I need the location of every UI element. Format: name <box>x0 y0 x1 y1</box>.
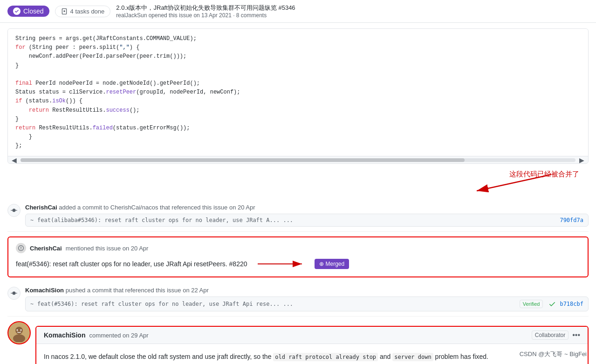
git-commit-icon <box>11 207 17 214</box>
merged-icon: ⊕ <box>319 261 324 267</box>
mention-issue-link[interactable]: feat(#5346): reset raft cluster ops for … <box>16 260 247 268</box>
comment-code2: server down <box>392 353 433 361</box>
csdn-watermark: CSDN @大飞哥 ~ BigFei <box>520 350 587 358</box>
timeline-item-commit1: CherishCai added a commit to CherishCai/… <box>7 199 589 232</box>
svg-point-8 <box>21 330 22 331</box>
commit2-row: ~ feat(#5346): reset raft cluster ops fo… <box>25 297 589 311</box>
svg-point-5 <box>15 327 23 334</box>
verified-check-icon <box>548 300 556 308</box>
comment-date: commented on 29 Apr <box>89 332 148 339</box>
mention-author[interactable]: CherishCai <box>30 245 62 252</box>
collaborator-badge: Collaborator <box>532 330 569 340</box>
svg-point-7 <box>17 330 18 331</box>
comment-box: KomachiSion commented on 29 Apr Collabor… <box>35 326 589 364</box>
commit1-icon: ~ <box>30 217 34 223</box>
commit2-author[interactable]: KomachiSion <box>25 287 64 294</box>
annotation1-container: 这段代码已经被合并了 <box>7 168 589 195</box>
merged-badge: ⊕ Merged <box>315 259 349 269</box>
closed-badge: Closed <box>7 6 49 17</box>
comment-end: problem has fixed. <box>435 353 488 360</box>
verified-badge: Verified <box>520 300 543 308</box>
comment-code1: old raft protocol already stop <box>273 353 378 361</box>
scroll-track <box>21 158 575 162</box>
top-bar: Closed 4 tasks done 2.0.x版本中，JRaft协议初始化失… <box>0 0 596 23</box>
issue-title-area: 2.0.x版本中，JRaft协议初始化失败导致集群不可用问题纵览 #5346 r… <box>116 4 589 19</box>
comment-avatar-area <box>7 321 31 364</box>
mention-icon <box>16 243 26 253</box>
avatar-image <box>10 324 28 342</box>
check-circle-icon <box>13 7 21 15</box>
tasks-icon <box>61 8 68 14</box>
commit2-timeline-icon <box>7 287 21 300</box>
comment-area: KomachiSion commented on 29 Apr Collabor… <box>7 321 589 364</box>
comment-author[interactable]: KomachiSion <box>44 331 85 339</box>
commit2-icon: ~ <box>30 301 34 307</box>
git-commit-icon2 <box>11 290 17 297</box>
git-issue-icon <box>18 245 24 251</box>
tasks-done-badge: 4 tasks done <box>55 6 111 17</box>
comment-body: In nacos 2.1.0, we default close the old… <box>36 344 588 364</box>
comment-text-before: In nacos 2.1.0, we default close the old… <box>44 353 271 360</box>
commit1-content: CherishCai added a commit to CherishCai/… <box>25 204 589 227</box>
scroll-left-icon[interactable]: ◀ <box>10 156 19 164</box>
commit2-msg: feat(#5346): reset raft cluster ops for … <box>37 301 516 307</box>
mention-body: feat(#5346): reset raft cluster ops for … <box>16 257 580 271</box>
page-wrapper: Closed 4 tasks done 2.0.x版本中，JRaft协议初始化失… <box>0 0 596 364</box>
issue-meta: realJackSun opened this issue on 13 Apr … <box>116 12 589 19</box>
commit1-meta: CherishCai added a commit to CherishCai/… <box>25 204 589 211</box>
commit1-action: added a commit to CherishCai/nacos that … <box>59 204 255 211</box>
commit2-content: KomachiSion pushed a commit that referen… <box>25 287 589 311</box>
mention-header: CherishCai mentioned this issue on 20 Ap… <box>16 243 580 253</box>
commit1-hash[interactable]: 790fd7a <box>560 217 583 223</box>
comment-avatar <box>7 321 31 344</box>
comment-and: and <box>380 353 390 360</box>
scroll-right-icon[interactable]: ▶ <box>577 156 586 164</box>
commit2-meta: KomachiSion pushed a commit that referen… <box>25 287 589 294</box>
merged-label: Merged <box>326 261 345 267</box>
code-scrollbar[interactable]: ◀ ▶ <box>8 156 588 163</box>
code-section: String peers = args.get(JRaftConstants.C… <box>7 28 589 164</box>
timeline-section: CherishCai added a commit to CherishCai/… <box>0 199 596 364</box>
commit2-hash[interactable]: b718cbf <box>560 301 583 307</box>
commit1-row: ~ feat(alibaba#5346): reset raft cluster… <box>25 214 589 227</box>
commit1-msg: feat(alibaba#5346): reset raft cluster o… <box>37 217 556 223</box>
code-block: String peers = args.get(JRaftConstants.C… <box>8 29 588 156</box>
issue-title: 2.0.x版本中，JRaft协议初始化失败导致集群不可用问题纵览 #5346 <box>116 4 589 12</box>
more-options-icon[interactable]: ••• <box>572 331 580 339</box>
commit2-action: pushed a commit that referenced this iss… <box>66 287 209 294</box>
timeline-item-commit2: KomachiSion pushed a commit that referen… <box>7 282 589 317</box>
mention-arrow <box>253 257 309 271</box>
commit-timeline-icon <box>7 204 21 217</box>
tasks-done-label: 4 tasks done <box>70 8 105 15</box>
closed-label: Closed <box>23 7 44 15</box>
scroll-thumb <box>21 158 465 162</box>
commit1-author[interactable]: CherishCai <box>25 204 57 211</box>
mention-action: mentioned this issue on 20 Apr <box>66 245 149 252</box>
comment-header-bar: KomachiSion commented on 29 Apr Collabor… <box>36 327 588 344</box>
annotation1-text: 这段代码已经被合并了 <box>509 170 579 179</box>
mention-box: CherishCai mentioned this issue on 20 Ap… <box>7 236 589 277</box>
